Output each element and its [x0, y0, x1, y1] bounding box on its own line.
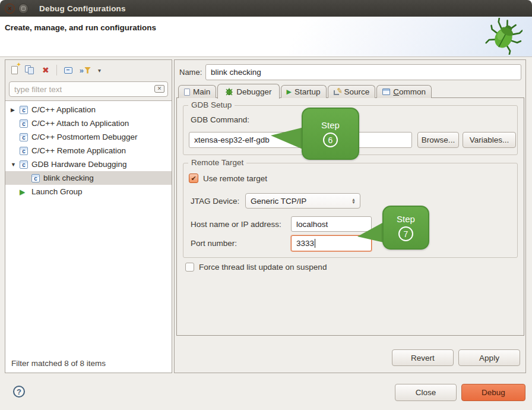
step-6-number: 6 [323, 133, 338, 147]
delete-icon: ✖ [42, 65, 49, 75]
c-config-icon: c [20, 106, 28, 114]
window-restore-button[interactable] [18, 4, 28, 14]
checkbox-checked-icon[interactable]: ✔ [189, 174, 198, 183]
sparkle-icon: ✦ [17, 61, 21, 68]
c-config-icon: c [20, 119, 28, 128]
editor-tabs: Main Debugger ▶ Startup ✎ Source [178, 84, 433, 98]
toolbar-separator [56, 65, 57, 75]
remote-target-group: Remote Target ✔ Use remote target JTAG D… [183, 163, 518, 258]
c-config-icon: c [20, 147, 28, 155]
remote-target-legend: Remote Target [188, 158, 246, 167]
revert-button[interactable]: Revert [392, 349, 454, 366]
step-6-callout: Step 6 [302, 108, 359, 160]
clear-filter-icon[interactable]: ✕ [154, 85, 164, 93]
bug-icon [484, 18, 522, 55]
configurations-panel: ✦ ✖ − » ▾ ✕ ▶ c C/C++ Application c C/C+… [5, 59, 172, 373]
tree-item-launch-group[interactable]: ▶ Launch Group [5, 185, 172, 198]
collapse-all-button[interactable]: − [64, 65, 72, 75]
host-name-label: Host name or IP address: [191, 220, 281, 229]
dialog-subtitle: Create, manage, and run configurations [5, 23, 156, 32]
toolbar-menu-button[interactable]: ▾ [98, 65, 101, 75]
close-icon: × [8, 5, 11, 12]
browse-button[interactable]: Browse... [417, 132, 459, 148]
jtag-device-select[interactable]: Generic TCP/IP ▲▼ [245, 193, 360, 209]
c-config-icon: c [20, 133, 28, 141]
tree-item-cpp-attach[interactable]: c C/C++ Attach to Application [5, 116, 172, 130]
force-thread-label: Force thread list update on suspend [199, 263, 327, 272]
tree-item-cpp-postmortem[interactable]: c C/C++ Postmortem Debugger [5, 130, 172, 144]
tree-item-gdb-hardware-debugging[interactable]: ▼ c GDB Hardware Debugging [5, 157, 172, 171]
spinner-arrows-icon: ▲▼ [352, 198, 356, 204]
tab-common[interactable]: Common [376, 85, 432, 98]
gdb-command-label: GDB Command: [191, 115, 249, 124]
tree-item-cpp-remote[interactable]: c C/C++ Remote Application [5, 144, 172, 157]
apply-button[interactable]: Apply [458, 349, 520, 366]
name-input[interactable] [205, 64, 521, 80]
duplicate-icon [25, 65, 35, 75]
name-label: Name: [179, 68, 202, 77]
chevron-down-icon: ▾ [98, 67, 101, 74]
expand-expanded-icon[interactable]: ▼ [11, 162, 20, 168]
step-6-callout-tail [271, 127, 304, 151]
configurations-toolbar: ✦ ✖ − » ▾ [5, 60, 172, 80]
checkbox-unchecked-icon[interactable] [185, 263, 194, 272]
dialog-header: Create, manage, and run configurations [0, 17, 532, 57]
startup-tab-icon: ▶ [287, 88, 292, 96]
duplicate-configuration-button[interactable] [25, 65, 35, 75]
configurations-tree: ▶ c C/C++ Application c C/C++ Attach to … [5, 100, 172, 373]
close-button[interactable]: Close [395, 384, 457, 401]
help-button[interactable]: ? [13, 386, 25, 398]
tree-item-blink-checking[interactable]: c blink checking [5, 171, 172, 185]
use-remote-target-row[interactable]: ✔ Use remote target [189, 174, 267, 183]
title-bar: × Debug Configurations [0, 0, 532, 17]
jtag-device-label: JTAG Device: [191, 197, 239, 206]
source-tab-icon: ✎ [334, 89, 341, 96]
port-number-label: Port number: [191, 239, 237, 248]
step-7-number: 7 [398, 226, 413, 241]
c-config-icon: c [31, 174, 40, 182]
text-cursor [315, 239, 315, 248]
filter-launch-configurations-button[interactable]: » [80, 65, 91, 75]
configuration-editor-panel: Name: Main Debugger ▶ Startup [174, 59, 526, 373]
expand-collapsed-icon[interactable]: ▶ [11, 107, 20, 113]
step-7-callout-tail [357, 222, 384, 244]
restore-icon [21, 7, 26, 11]
pencil-icon: ✎ [336, 86, 343, 95]
tab-startup[interactable]: ▶ Startup [281, 85, 327, 98]
step-7-callout: Step 7 [382, 206, 429, 250]
gdb-setup-legend: GDB Setup [188, 100, 235, 109]
tree-item-cpp-application[interactable]: ▶ c C/C++ Application [5, 103, 172, 116]
new-configuration-button[interactable]: ✦ [11, 65, 18, 75]
tab-debugger[interactable]: Debugger [217, 84, 279, 99]
main-tab-icon [184, 89, 190, 96]
debug-configurations-dialog: { "window": { "title": "Debug Configurat… [0, 0, 532, 410]
variables-button[interactable]: Variables... [463, 132, 516, 148]
launch-group-icon: ▶ [20, 188, 28, 196]
common-tab-icon [382, 89, 390, 95]
filter-arrows-icon: » [80, 66, 84, 75]
filter-funnel-icon [84, 67, 91, 74]
tab-source[interactable]: ✎ Source [328, 85, 376, 98]
debug-button[interactable]: Debug [461, 384, 525, 401]
help-icon: ? [17, 387, 21, 396]
c-config-icon: c [20, 160, 28, 169]
tab-main[interactable]: Main [178, 85, 216, 98]
force-thread-row[interactable]: Force thread list update on suspend [185, 263, 327, 272]
window-title: Debug Configurations [39, 4, 126, 13]
collapse-all-icon: − [64, 67, 72, 74]
window-close-button[interactable]: × [5, 4, 15, 14]
use-remote-target-label: Use remote target [203, 174, 267, 183]
filter-status-text: Filter matched 8 of 8 items [11, 359, 106, 368]
debugger-tab-icon [225, 87, 233, 96]
delete-configuration-button[interactable]: ✖ [42, 65, 49, 75]
filter-input[interactable] [9, 81, 168, 97]
filter-row: ✕ [9, 81, 168, 97]
